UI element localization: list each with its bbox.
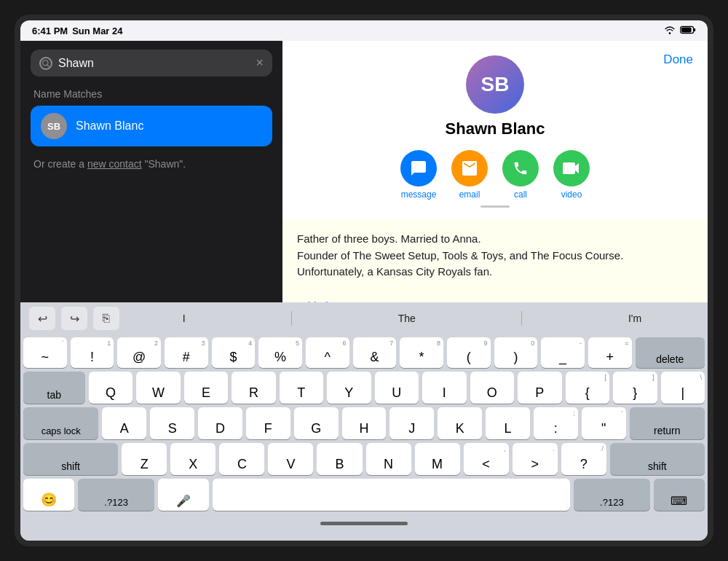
key-dollar[interactable]: 4$ — [212, 337, 256, 368]
key-u[interactable]: U — [375, 372, 419, 404]
keyboard-area: ↩ ↪ ⎘ I The I'm ` ~ 1! 2@ 3# 4$ 5% 6^ 7& — [20, 302, 708, 541]
delete-key[interactable]: delete — [636, 337, 705, 368]
action-buttons: message email — [400, 150, 590, 200]
key-caret[interactable]: 6^ — [306, 337, 349, 368]
return-key[interactable]: return — [630, 407, 705, 439]
key-c[interactable]: C — [219, 443, 264, 475]
number-key-left[interactable]: .?123 — [78, 479, 154, 511]
key-rbrace[interactable]: ]} — [613, 372, 657, 404]
search-icon — [39, 57, 52, 70]
status-time: 6:41 PM — [32, 26, 68, 36]
contact-detail-panel: Done SB Shawn Blanc message — [282, 41, 708, 302]
key-row-asdf: caps lock A S D F G H J K L ;: '" return — [23, 407, 705, 439]
key-hash[interactable]: 3# — [165, 337, 208, 368]
key-m[interactable]: M — [415, 443, 460, 475]
video-action-button[interactable]: video — [553, 150, 590, 200]
key-ampersand[interactable]: 7& — [353, 337, 397, 368]
key-percent[interactable]: 5% — [258, 337, 302, 368]
emoji-key[interactable]: 😊 — [23, 479, 74, 511]
clipboard-button[interactable]: ⎘ — [93, 307, 119, 330]
call-action-button[interactable]: call — [502, 150, 539, 200]
key-j[interactable]: J — [389, 407, 434, 439]
bottom-bar — [20, 517, 708, 541]
number-key-right[interactable]: .?123 — [574, 479, 650, 511]
key-h[interactable]: H — [342, 407, 387, 439]
key-at[interactable]: 2@ — [117, 337, 161, 368]
key-o[interactable]: O — [470, 372, 514, 404]
key-l[interactable]: L — [486, 407, 530, 439]
tab-key[interactable]: tab — [23, 372, 85, 404]
key-v[interactable]: V — [268, 443, 313, 475]
contact-result-item[interactable]: SB Shawn Blanc — [31, 106, 272, 146]
notes-text: Father of three boys. Married to Anna.Fo… — [297, 232, 623, 278]
svg-line-4 — [47, 65, 49, 66]
redo-button[interactable]: ↪ — [61, 307, 87, 330]
battery-icon — [680, 26, 696, 36]
suggestion-3[interactable]: I'm — [620, 310, 650, 327]
clear-button[interactable]: × — [256, 55, 264, 71]
suggestion-1[interactable]: I — [174, 310, 194, 327]
space-key[interactable] — [213, 479, 570, 511]
status-left: 6:41 PM Sun Mar 24 — [32, 26, 123, 36]
key-t[interactable]: T — [280, 372, 323, 404]
key-r[interactable]: R — [232, 372, 275, 404]
key-b[interactable]: B — [317, 443, 362, 475]
message-icon — [400, 150, 437, 187]
key-plus[interactable]: =+ — [588, 337, 632, 368]
shift-right-key[interactable]: shift — [610, 443, 705, 475]
email-icon — [451, 150, 488, 187]
key-f[interactable]: F — [246, 407, 290, 439]
contact-result-name: Shawn Blanc — [76, 119, 143, 133]
key-s[interactable]: S — [150, 407, 194, 439]
key-colon[interactable]: ;: — [534, 407, 578, 439]
search-bar: × — [31, 50, 272, 76]
key-n[interactable]: N — [366, 443, 411, 475]
key-i[interactable]: I — [422, 372, 466, 404]
message-action-button[interactable]: message — [400, 150, 437, 200]
key-y[interactable]: Y — [327, 372, 371, 404]
capslock-key[interactable]: caps lock — [23, 407, 98, 439]
key-k[interactable]: K — [438, 407, 482, 439]
key-a[interactable]: A — [102, 407, 146, 439]
key-p[interactable]: P — [518, 372, 561, 404]
undo-button[interactable]: ↩ — [29, 307, 55, 330]
contact-full-name: Shawn Blanc — [446, 119, 545, 138]
key-q[interactable]: Q — [89, 372, 132, 404]
keyboard-dismiss-key[interactable]: ⌨ — [654, 479, 705, 511]
key-e[interactable]: E — [184, 372, 228, 404]
key-quote[interactable]: '" — [582, 407, 626, 439]
key-lbrace[interactable]: [{ — [566, 372, 609, 404]
call-icon — [502, 150, 539, 187]
contact-avatar-large: SB — [466, 55, 524, 114]
status-right — [664, 26, 696, 36]
key-d[interactable]: D — [198, 407, 242, 439]
key-pipe[interactable]: \| — [661, 372, 705, 404]
done-button[interactable]: Done — [663, 52, 693, 67]
new-contact-link[interactable]: new contact — [87, 158, 142, 170]
key-w[interactable]: W — [136, 372, 180, 404]
key-g[interactable]: G — [294, 407, 339, 439]
key-lparen[interactable]: 9( — [447, 337, 491, 368]
status-bar: 6:41 PM Sun Mar 24 — [20, 20, 708, 41]
microphone-key[interactable]: 🎤 — [158, 479, 209, 511]
key-rparen[interactable]: 0) — [494, 337, 538, 368]
suggestion-2[interactable]: The — [389, 310, 424, 327]
key-x[interactable]: X — [170, 443, 215, 475]
email-label: email — [459, 189, 480, 200]
key-underscore[interactable]: -_ — [541, 337, 585, 368]
key-row-bottom: 😊 .?123 🎤 .?123 ⌨ — [23, 479, 705, 511]
message-label: message — [401, 189, 437, 200]
key-lt[interactable]: ,< — [464, 443, 509, 475]
section-label: Name Matches — [31, 88, 272, 100]
key-gt[interactable]: .> — [513, 443, 558, 475]
search-input[interactable] — [58, 57, 250, 70]
key-asterisk[interactable]: 8* — [400, 337, 443, 368]
key-exclaim[interactable]: 1! — [71, 337, 114, 368]
key-question[interactable]: /? — [561, 443, 606, 475]
key-row-qwerty: tab Q W E R T Y U I O P [{ ]} \| — [23, 372, 705, 404]
divider — [480, 205, 510, 208]
key-z[interactable]: Z — [122, 443, 167, 475]
email-action-button[interactable]: email — [451, 150, 488, 200]
shift-left-key[interactable]: shift — [23, 443, 118, 475]
key-tilde[interactable]: ` ~ — [23, 337, 67, 368]
